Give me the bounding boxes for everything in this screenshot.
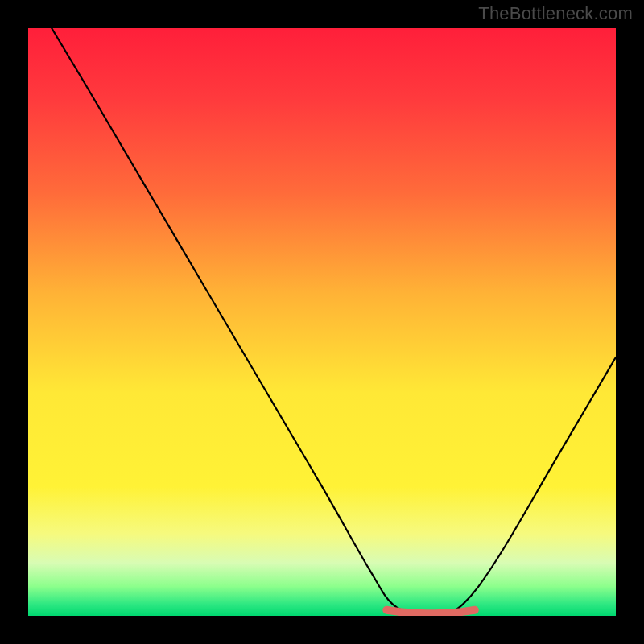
red-plateau-marker-line [386,610,475,614]
chart-container: TheBottleneck.com [0,0,644,644]
plot-area [28,28,616,616]
watermark-text: TheBottleneck.com [478,3,633,24]
chart-svg [28,28,616,616]
gradient-background [28,28,616,616]
